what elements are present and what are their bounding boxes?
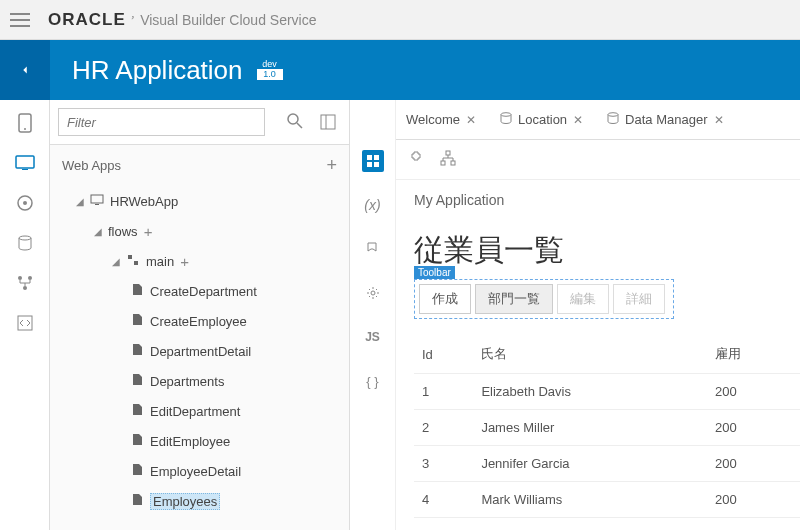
tree-main-flow[interactable]: ◢ main + xyxy=(62,246,349,276)
col-氏名[interactable]: 氏名 xyxy=(473,335,707,374)
tab-data-manager[interactable]: Data Manager✕ xyxy=(607,112,723,127)
panel-layout-icon[interactable] xyxy=(315,109,341,135)
svg-point-5 xyxy=(23,201,27,205)
variables-tab-icon[interactable]: (x) xyxy=(362,194,384,216)
svg-rect-2 xyxy=(16,156,34,168)
tab-label: Welcome xyxy=(406,112,460,127)
svg-line-12 xyxy=(297,123,302,128)
tree-label: main xyxy=(146,254,174,269)
hamburger-menu[interactable] xyxy=(10,8,34,32)
app-title: HR Application xyxy=(72,55,243,86)
table-row[interactable]: 4Mark Williams200 xyxy=(414,482,800,518)
page-icon xyxy=(130,373,144,389)
svg-point-8 xyxy=(28,276,32,280)
designer-tab-icon[interactable] xyxy=(362,150,384,172)
rail-mobile-icon[interactable] xyxy=(14,112,36,134)
svg-rect-22 xyxy=(374,162,379,167)
tree-page-departmentdetail[interactable]: DepartmentDetail xyxy=(62,336,349,366)
tree-label: Departments xyxy=(150,374,224,389)
table-row[interactable]: 3Jennifer Garcia200 xyxy=(414,446,800,482)
chevron-down-icon: ◢ xyxy=(112,256,122,267)
toolbar-badge: Toolbar xyxy=(414,266,455,279)
svg-rect-3 xyxy=(22,169,28,170)
svg-rect-27 xyxy=(441,161,445,165)
rail-business-objects-icon[interactable] xyxy=(14,232,36,254)
filter-input[interactable] xyxy=(58,108,265,136)
chevron-down-icon: ◢ xyxy=(94,226,104,237)
rail-source-icon[interactable] xyxy=(14,312,36,334)
back-button[interactable] xyxy=(0,40,50,100)
employees-table[interactable]: Id氏名雇用 1Elizabeth Davis2002James Miller2… xyxy=(414,335,800,518)
svg-rect-26 xyxy=(446,151,450,155)
svg-point-9 xyxy=(23,286,27,290)
rail-web-icon[interactable] xyxy=(14,152,36,174)
btn-詳細: 詳細 xyxy=(613,284,665,314)
search-icon[interactable] xyxy=(287,113,303,132)
tree-page-employeedetail[interactable]: EmployeeDetail xyxy=(62,456,349,486)
tree-page-employees[interactable]: Employees xyxy=(62,486,349,516)
settings-tab-icon[interactable] xyxy=(362,282,384,304)
version-tag: dev xyxy=(257,60,283,69)
svg-point-11 xyxy=(288,114,298,124)
close-icon[interactable]: ✕ xyxy=(466,113,476,127)
tab-label: Data Manager xyxy=(625,112,707,127)
btn-作成[interactable]: 作成 xyxy=(419,284,471,314)
add-web-app-button[interactable]: + xyxy=(326,155,337,176)
components-icon[interactable] xyxy=(408,150,424,169)
brand-oracle: ORACLE xyxy=(48,10,126,30)
tree-label: CreateDepartment xyxy=(150,284,257,299)
db-icon xyxy=(500,112,512,127)
toolbar-component[interactable]: Toolbar 作成部門一覧編集詳細 xyxy=(414,279,674,319)
btn-部門一覧[interactable]: 部門一覧 xyxy=(475,284,553,314)
tree-page-createdepartment[interactable]: CreateDepartment xyxy=(62,276,349,306)
close-icon[interactable]: ✕ xyxy=(573,113,583,127)
js-tab-icon[interactable]: JS xyxy=(362,326,384,348)
tree-label: EditEmployee xyxy=(150,434,230,449)
page-icon xyxy=(130,343,144,359)
svg-point-25 xyxy=(608,113,618,117)
page-icon xyxy=(130,493,144,509)
version-badge: dev 1.0 xyxy=(257,60,283,80)
tree-page-createemployee[interactable]: CreateEmployee xyxy=(62,306,349,336)
svg-point-23 xyxy=(371,291,375,295)
flow-icon xyxy=(126,254,140,269)
tree-label: CreateEmployee xyxy=(150,314,247,329)
table-row[interactable]: 1Elizabeth Davis200 xyxy=(414,374,800,410)
tab-label: Location xyxy=(518,112,567,127)
svg-point-24 xyxy=(501,113,511,117)
tree: ◢ HRWebApp ◢ flows + ◢ main + CreateDepa… xyxy=(50,186,349,516)
editor-subtitle: My Application xyxy=(396,180,800,220)
tab-location[interactable]: Location✕ xyxy=(500,112,583,127)
add-flow-button[interactable]: + xyxy=(144,223,153,240)
page-icon xyxy=(130,433,144,449)
page-heading: 従業員一覧 xyxy=(414,230,800,271)
tree-label: Employees xyxy=(150,493,220,510)
tab-welcome[interactable]: Welcome✕ xyxy=(406,112,476,127)
col-Id[interactable]: Id xyxy=(414,335,473,374)
add-page-button[interactable]: + xyxy=(180,253,189,270)
svg-point-7 xyxy=(18,276,22,280)
tree-label: DepartmentDetail xyxy=(150,344,251,359)
col-雇用[interactable]: 雇用 xyxy=(707,335,800,374)
svg-rect-21 xyxy=(367,162,372,167)
tree-app-root[interactable]: ◢ HRWebApp xyxy=(62,186,349,216)
section-title: Web Apps xyxy=(62,158,121,173)
monitor-icon xyxy=(90,194,104,209)
tree-flows[interactable]: ◢ flows + xyxy=(62,216,349,246)
product-name: Visual Builder Cloud Service xyxy=(140,12,316,28)
json-tab-icon[interactable]: { } xyxy=(362,370,384,392)
svg-point-6 xyxy=(19,236,31,240)
tree-label: flows xyxy=(108,224,138,239)
actions-tab-icon[interactable] xyxy=(362,238,384,260)
table-row[interactable]: 2James Miller200 xyxy=(414,410,800,446)
tree-page-departments[interactable]: Departments xyxy=(62,366,349,396)
tree-page-editdepartment[interactable]: EditDepartment xyxy=(62,396,349,426)
rail-processes-icon[interactable] xyxy=(14,272,36,294)
close-icon[interactable]: ✕ xyxy=(714,113,724,127)
structure-icon[interactable] xyxy=(440,150,456,169)
tree-page-editemployee[interactable]: EditEmployee xyxy=(62,426,349,456)
page-icon xyxy=(130,463,144,479)
page-icon xyxy=(130,283,144,299)
rail-services-icon[interactable] xyxy=(14,192,36,214)
svg-rect-18 xyxy=(134,261,138,265)
